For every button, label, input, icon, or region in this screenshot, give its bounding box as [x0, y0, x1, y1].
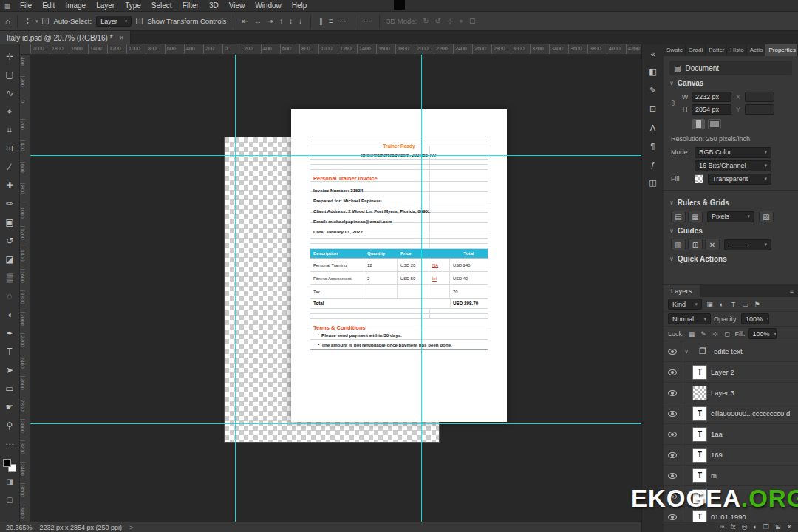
lock-image-pixels-icon[interactable]: ✎	[699, 330, 709, 338]
zoom-level[interactable]: 20.365%	[6, 524, 33, 531]
shape-tool[interactable]: ▭	[0, 379, 20, 398]
menu-edit[interactable]: Edit	[37, 0, 60, 11]
fill-dropdown[interactable]: Transparent	[708, 174, 771, 185]
toolbar-options-icon[interactable]: ⋯	[0, 434, 20, 453]
filter-shape-layers-icon[interactable]: ▭	[740, 301, 750, 308]
horizontal-guide[interactable]	[30, 155, 641, 156]
layer-row[interactable]: T169	[664, 445, 798, 466]
vertical-guide[interactable]	[421, 55, 422, 522]
align-options-icon[interactable]: ⋯	[338, 17, 348, 25]
brush-tool[interactable]: ✏	[0, 194, 20, 213]
libraries-panel-icon[interactable]: ◫	[645, 175, 661, 191]
layer-effects-icon[interactable]: fx	[731, 522, 736, 532]
panel-tab-patter[interactable]: Patter	[706, 44, 727, 56]
clone-stamp-tool[interactable]: ▣	[0, 213, 20, 231]
visibility-toggle[interactable]	[664, 403, 681, 423]
hand-tool[interactable]: ☛	[0, 398, 20, 416]
bit-depth-dropdown[interactable]: 16 Bits/Channel	[695, 160, 771, 171]
lock-position-icon[interactable]: ⊹	[711, 330, 720, 338]
eraser-tool[interactable]: ◪	[0, 250, 20, 268]
layer-row[interactable]: ∨❐edite text	[664, 341, 798, 362]
visibility-toggle[interactable]	[664, 383, 681, 403]
link-layers-icon[interactable]: ∞	[720, 522, 724, 532]
panel-menu-icon[interactable]: ≡	[790, 287, 798, 295]
canvas-area[interactable]: Trainer Ready info@trainerready.com, 222…	[30, 55, 641, 522]
rectangular-marquee-tool[interactable]: ▢	[0, 65, 20, 83]
auto-select-checkbox[interactable]	[42, 18, 49, 24]
units-dropdown[interactable]: Pixels	[707, 211, 754, 222]
guides-section-header[interactable]: Guides	[669, 223, 792, 238]
path-selection-tool[interactable]: ➤	[0, 361, 20, 379]
layer-row[interactable]: TLayer 2	[664, 362, 798, 383]
align-vertical-centers-icon[interactable]: ↕	[287, 17, 294, 25]
canvas-width-input[interactable]: 2232 px	[692, 92, 732, 102]
clone-source-panel-icon[interactable]: ⊡	[645, 101, 661, 117]
expand-arrow-icon[interactable]: ∨	[681, 349, 692, 355]
blend-mode-dropdown[interactable]: Normal	[668, 313, 711, 324]
status-menu-arrow-icon[interactable]: >	[129, 524, 133, 531]
panel-tab-gradi[interactable]: Gradi	[686, 44, 706, 56]
filter-pixel-layers-icon[interactable]: ▣	[705, 301, 715, 308]
pen-tool[interactable]: ✒	[0, 324, 20, 342]
menu-window[interactable]: Window	[250, 0, 287, 11]
glyphs-panel-icon[interactable]: ƒ	[645, 157, 661, 172]
visibility-toggle[interactable]	[664, 341, 681, 361]
horizontal-ruler[interactable]: 2000180016001400120010008006004002000200…	[30, 44, 641, 55]
new-layer-icon[interactable]: ⊞	[775, 522, 781, 532]
filter-kind-dropdown[interactable]: Kind	[668, 299, 702, 310]
menu-3d[interactable]: 3D	[204, 0, 224, 11]
show-transform-checkbox[interactable]	[136, 18, 143, 24]
adjustment-layer-icon[interactable]: ◐	[753, 522, 757, 532]
layer-group-icon[interactable]: ❐	[763, 522, 769, 532]
layer-mask-icon[interactable]: ◎	[742, 522, 748, 532]
panel-tab-actio[interactable]: Actio	[747, 44, 766, 56]
visibility-toggle[interactable]	[664, 466, 681, 485]
menu-select[interactable]: Select	[146, 0, 177, 11]
panel-tab-swatc[interactable]: Swatc	[664, 44, 686, 56]
layer-row[interactable]: T1aa	[664, 424, 798, 445]
screen-mode-icon[interactable]: ▢	[0, 491, 20, 509]
document-tab[interactable]: Italy id.psd @ 20.7% (RGB/16) * ×	[0, 31, 131, 44]
healing-brush-tool[interactable]: ✚	[0, 176, 20, 194]
vertical-guide[interactable]	[235, 55, 236, 522]
delete-layer-icon[interactable]: ✕	[786, 522, 792, 532]
fill-opacity-dropdown[interactable]: 100%	[748, 328, 777, 339]
filter-smart-objects-icon[interactable]: ⚑	[752, 301, 762, 308]
extra-options-icon[interactable]: ⋯	[362, 17, 372, 25]
canvas-section-header[interactable]: Canvas	[669, 75, 792, 90]
tool-preset-arrow-icon[interactable]: ▾	[35, 18, 38, 24]
portrait-orientation-button[interactable]	[692, 119, 705, 129]
menu-file[interactable]: File	[15, 0, 37, 11]
rulers-grids-section-header[interactable]: Rulers & Grids	[669, 195, 792, 210]
align-top-edges-icon[interactable]: ↑	[278, 17, 284, 25]
quick-mask-icon[interactable]: ◨	[0, 472, 20, 491]
align-horizontal-centers-icon[interactable]: ↔	[253, 17, 263, 25]
grid-toggle-icon[interactable]: ▦	[688, 211, 703, 222]
distribute-horizontal-icon[interactable]: ∥	[318, 17, 324, 25]
align-left-edges-icon[interactable]: ⇤	[240, 17, 249, 25]
panel-tab-properties[interactable]: Properties	[765, 44, 798, 56]
menu-layer[interactable]: Layer	[91, 0, 120, 11]
panel-tab-histo[interactable]: Histo	[727, 44, 746, 56]
history-brush-tool[interactable]: ↺	[0, 231, 20, 250]
visibility-toggle[interactable]	[664, 424, 681, 444]
foreground-color-swatch[interactable]	[3, 459, 11, 467]
color-mode-dropdown[interactable]: RGB Color	[695, 147, 771, 158]
opacity-dropdown[interactable]: 100%	[741, 313, 769, 324]
auto-select-dropdown[interactable]: Layer	[96, 16, 132, 27]
type-tool[interactable]: T	[0, 342, 20, 361]
zoom-tool[interactable]: ⚲	[0, 416, 20, 434]
visibility-toggle[interactable]	[664, 362, 681, 382]
menu-view[interactable]: View	[224, 0, 250, 11]
guide-style-dropdown[interactable]	[724, 239, 771, 250]
crop-tool[interactable]: ⌗	[0, 120, 20, 139]
lock-transparent-pixels-icon[interactable]: ▦	[687, 330, 697, 338]
layer-row[interactable]: Tm	[664, 466, 798, 486]
document-page[interactable]: Trainer Ready info@trainerready.com, 222…	[291, 109, 507, 422]
visibility-toggle[interactable]	[664, 445, 681, 465]
document-selector[interactable]: ▤ Document	[669, 61, 792, 75]
lasso-tool[interactable]: ∿	[0, 83, 20, 102]
paragraph-panel-icon[interactable]: ¶	[645, 138, 661, 154]
move-tool[interactable]: ⊹	[0, 47, 20, 65]
move-tool-preset-icon[interactable]: ⊹	[24, 16, 31, 26]
